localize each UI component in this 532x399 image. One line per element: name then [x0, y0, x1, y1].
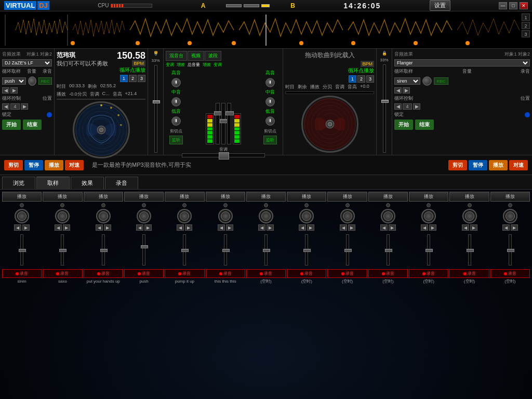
sample-knob-3[interactable] — [96, 209, 111, 223]
right-loop-back[interactable]: ◀ — [394, 103, 402, 110]
left-eq-mid-knob[interactable] — [171, 97, 181, 107]
right-pitch-fader[interactable] — [383, 64, 386, 153]
sample-fader-track-1[interactable] — [20, 234, 23, 265]
loop-btn-1[interactable]: 1 — [120, 75, 128, 82]
right-sample-select[interactable]: siren — [394, 77, 420, 85]
side-num-2[interactable]: 2 — [522, 22, 530, 29]
sample-arr-back-13[interactable]: ◀ — [502, 224, 510, 231]
sub-tab-0[interactable]: 变调 — [166, 62, 174, 68]
right-loop-1[interactable]: 1 — [349, 75, 356, 83]
sample-arr-back-4[interactable]: ◀ — [136, 224, 143, 231]
sample-arr-back-11[interactable]: ◀ — [421, 224, 428, 231]
sample-play-7[interactable]: 播放 — [246, 192, 286, 202]
sample-arr-fwd-12[interactable]: ▶ — [470, 224, 477, 231]
sample-knob-1[interactable] — [15, 209, 29, 223]
side-num-3[interactable]: 3 — [522, 30, 530, 37]
sample-arr-back-9[interactable]: ◀ — [340, 224, 347, 231]
rec-btn-right[interactable]: REC — [434, 77, 448, 85]
right-vol-knob[interactable] — [422, 76, 432, 86]
left-play-btn[interactable]: 播放 — [45, 160, 63, 170]
right-loop-fwd[interactable]: ▶ — [413, 103, 420, 110]
sample-fader-track-5[interactable] — [183, 234, 186, 265]
left-eq-low-knob[interactable] — [171, 116, 181, 126]
sample-rec-12[interactable]: 录音 — [449, 269, 489, 278]
sample-arr-fwd-13[interactable]: ▶ — [511, 224, 518, 231]
sub-tab-1[interactable]: 增效 — [177, 62, 185, 68]
sub-tab-4[interactable]: 变调 — [214, 62, 222, 68]
sample-fader-track-11[interactable] — [427, 234, 430, 265]
sample-fader-track-8[interactable] — [305, 234, 308, 265]
sample-play-11[interactable]: 播放 — [409, 192, 448, 202]
sample-play-3[interactable]: 播放 — [84, 192, 123, 202]
right-loop-3[interactable]: 3 — [366, 75, 374, 83]
sample-knob-9[interactable] — [340, 209, 355, 223]
vol-fader-main[interactable] — [221, 103, 225, 144]
sample-rec-13[interactable]: 录音 — [490, 269, 530, 278]
left-pitch-fader[interactable] — [154, 65, 157, 153]
sample-arr-back-2[interactable]: ◀ — [55, 224, 62, 231]
sample-arr-fwd-1[interactable]: ▶ — [22, 224, 30, 231]
left-end-btn[interactable]: 结束 — [23, 119, 42, 130]
right-eq-low-knob[interactable] — [265, 116, 275, 126]
sample-arr-fwd-10[interactable]: ▶ — [389, 224, 396, 231]
sample-fader-track-9[interactable] — [346, 234, 349, 265]
browser-tab-effects[interactable]: 效果 — [71, 177, 104, 189]
left-speed-btn[interactable]: 对速 — [65, 160, 84, 170]
sample-arr-back-7[interactable]: ◀ — [258, 224, 265, 231]
sample-arr-back-10[interactable]: ◀ — [380, 224, 388, 231]
settings-button[interactable]: 设置 — [430, 0, 450, 11]
right-play-btn[interactable]: 播放 — [489, 160, 508, 170]
sample-play-4[interactable]: 播放 — [124, 192, 164, 202]
browser-tab-record[interactable]: 录音 — [105, 177, 138, 189]
sample-knob-5[interactable] — [177, 209, 192, 223]
sample-arr-fwd-8[interactable]: ▶ — [307, 224, 314, 231]
sample-play-12[interactable]: 播放 — [449, 192, 489, 202]
left-stop-btn[interactable]: 暂停 — [24, 160, 43, 170]
right-nav-fwd[interactable]: ▶ — [403, 87, 410, 94]
vol-fader-left[interactable] — [216, 103, 220, 144]
sample-knob-8[interactable] — [299, 209, 314, 223]
right-cut-btn[interactable]: 剪切 — [448, 160, 467, 170]
sample-play-2[interactable]: 播放 — [43, 192, 82, 202]
right-speed-btn[interactable]: 对速 — [509, 160, 528, 170]
restore-button[interactable]: □ — [509, 2, 517, 9]
sample-arr-fwd-6[interactable]: ▶ — [226, 224, 233, 231]
sample-arr-back-1[interactable]: ◀ — [14, 224, 21, 231]
close-button[interactable]: ✕ — [520, 2, 528, 9]
sample-arr-back-12[interactable]: ◀ — [462, 224, 469, 231]
left-nav-back[interactable]: ◀ — [2, 87, 9, 94]
sample-fader-track-6[interactable] — [224, 234, 227, 265]
sample-rec-9[interactable]: 录音 — [327, 269, 367, 278]
sample-arr-fwd-11[interactable]: ▶ — [429, 224, 436, 231]
sample-arr-back-6[interactable]: ◀ — [218, 224, 225, 231]
crossfader[interactable] — [182, 153, 265, 157]
sample-play-1[interactable]: 播放 — [2, 192, 42, 202]
mixer-tab-wave[interactable]: 波段 — [205, 51, 221, 61]
sample-arr-fwd-3[interactable]: ▶ — [104, 224, 111, 231]
left-sample-select[interactable]: push — [2, 77, 26, 85]
sample-knob-11[interactable] — [421, 209, 436, 223]
loop-fwd-btn[interactable]: ▶ — [21, 103, 28, 110]
loop-btn-3[interactable]: 3 — [138, 75, 145, 82]
sample-fader-track-13[interactable] — [509, 234, 512, 265]
mixer-tab-main[interactable]: 混音台 — [166, 51, 187, 61]
side-num-1[interactable]: 1 — [522, 14, 530, 21]
left-cut-btn[interactable]: 剪切 — [4, 160, 23, 170]
sample-play-10[interactable]: 播放 — [368, 192, 408, 202]
sample-fader-track-7[interactable] — [264, 234, 268, 265]
sample-rec-2[interactable]: 录音 — [43, 269, 82, 278]
browser-tab-sample[interactable]: 取样 — [36, 177, 70, 189]
rec-btn-left[interactable]: REC — [38, 77, 52, 85]
sample-knob-7[interactable] — [259, 209, 273, 223]
browser-tab-browse[interactable]: 浏览 — [2, 177, 35, 189]
left-vol-knob[interactable] — [28, 76, 37, 86]
sample-knob-2[interactable] — [55, 209, 70, 223]
sample-rec-10[interactable]: 录音 — [368, 269, 408, 278]
sample-fader-track-4[interactable] — [142, 234, 145, 265]
sample-arr-fwd-5[interactable]: ▶ — [185, 224, 192, 231]
sample-arr-back-3[interactable]: ◀ — [96, 224, 103, 231]
sample-fader-track-2[interactable] — [61, 234, 64, 265]
right-eq-mid-knob[interactable] — [265, 97, 275, 107]
sample-arr-fwd-4[interactable]: ▶ — [144, 224, 152, 231]
left-nav-fwd[interactable]: ▶ — [10, 87, 18, 94]
